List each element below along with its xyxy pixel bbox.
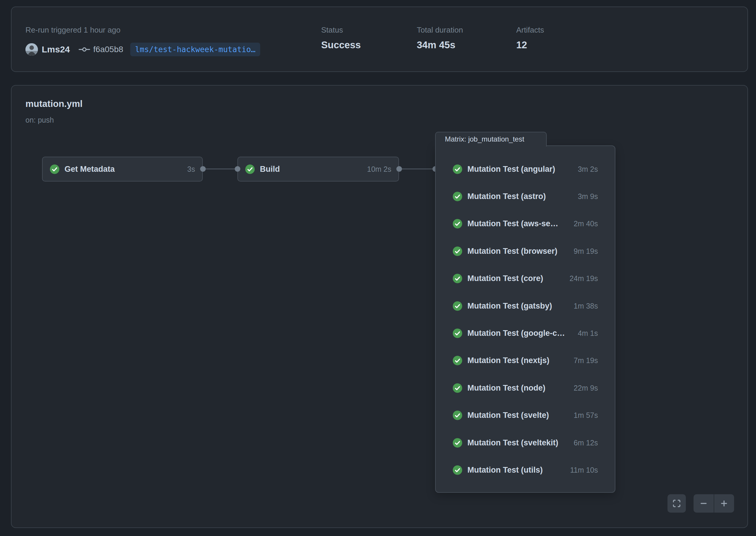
- workflow-trigger: on: push: [25, 116, 54, 124]
- matrix-job-row-browser[interactable]: Mutation Test (browser) 9m 19s: [436, 238, 615, 265]
- stat-status: Status Success: [321, 25, 361, 50]
- rerun-status-text: Re-run triggered 1 hour ago: [25, 25, 120, 35]
- matrix-job-duration: 4m 1s: [574, 329, 598, 338]
- matrix-job-name: Mutation Test (browser): [467, 247, 557, 256]
- zoom-control-group: [694, 494, 734, 513]
- success-check-icon: [453, 383, 462, 393]
- matrix-job-row-google-cloud[interactable]: Mutation Test (google-c… 4m 1s: [436, 319, 615, 347]
- fullscreen-icon: [672, 499, 681, 508]
- matrix-job-name: Mutation Test (svelte): [467, 411, 549, 420]
- success-check-icon: [453, 301, 462, 311]
- edge-dot: [396, 166, 402, 172]
- matrix-job-duration: 9m 19s: [570, 247, 598, 255]
- success-check-icon: [453, 411, 462, 420]
- stat-total-duration: Total duration 34m 45s: [417, 25, 463, 50]
- success-check-icon: [245, 164, 255, 174]
- matrix-job-name: Mutation Test (google-c…: [467, 329, 565, 338]
- stat-label: Status: [321, 25, 361, 35]
- success-check-icon: [453, 274, 462, 284]
- stat-value: Success: [321, 39, 361, 50]
- matrix-job-name: Mutation Test (angular): [467, 165, 555, 174]
- stat-label: Artifacts: [516, 25, 544, 35]
- matrix-job-duration: 3m 9s: [574, 192, 598, 201]
- job-node-get-metadata[interactable]: Get Metadata 3s: [42, 157, 203, 182]
- matrix-job-name: Mutation Test (astro): [467, 192, 546, 201]
- matrix-job-name: Mutation Test (node): [467, 384, 545, 393]
- job-name: Build: [260, 165, 280, 174]
- matrix-job-row-astro[interactable]: Mutation Test (astro) 3m 9s: [436, 183, 615, 210]
- matrix-job-name: Mutation Test (utils): [467, 465, 543, 475]
- matrix-job-name: Mutation Test (nextjs): [467, 356, 550, 365]
- user-avatar: [25, 43, 38, 56]
- plus-icon: [720, 499, 729, 508]
- matrix-job-row-utils[interactable]: Mutation Test (utils) 11m 10s: [436, 456, 615, 484]
- fullscreen-button[interactable]: [668, 494, 686, 513]
- matrix-job-duration: 1m 38s: [570, 302, 598, 310]
- user-name: Lms24: [42, 45, 70, 54]
- matrix-job-duration: 1m 57s: [570, 411, 598, 419]
- matrix-group-tab: Matrix: job_mutation_test: [435, 132, 547, 147]
- edge-dot: [235, 166, 240, 172]
- commit-sha: f6a05b8: [93, 45, 123, 54]
- minus-icon: [699, 499, 708, 508]
- matrix-job-row-angular[interactable]: Mutation Test (angular) 3m 2s: [436, 155, 615, 183]
- success-check-icon: [453, 219, 462, 229]
- matrix-job-duration: 2m 40s: [570, 219, 598, 228]
- matrix-job-row-sveltekit[interactable]: Mutation Test (sveltekit) 6m 12s: [436, 429, 615, 456]
- success-check-icon: [453, 465, 462, 475]
- zoom-out-button[interactable]: [694, 494, 714, 513]
- matrix-job-duration: 3m 2s: [574, 165, 598, 174]
- stat-value: 12: [516, 39, 544, 50]
- edge-line: [399, 169, 435, 169]
- success-check-icon: [453, 247, 462, 256]
- workflow-graph-panel: mutation.yml on: push Get Metadata 3s Bu…: [11, 85, 748, 528]
- success-check-icon: [453, 192, 462, 201]
- matrix-job-duration: 6m 12s: [570, 439, 598, 447]
- matrix-job-row-node[interactable]: Mutation Test (node) 22m 9s: [436, 374, 615, 402]
- workflow-file-title: mutation.yml: [25, 99, 82, 109]
- matrix-job-row-svelte[interactable]: Mutation Test (svelte) 1m 57s: [436, 402, 615, 429]
- matrix-job-row-core[interactable]: Mutation Test (core) 24m 19s: [436, 265, 615, 292]
- stat-value: 34m 45s: [417, 39, 463, 50]
- run-summary-panel: Re-run triggered 1 hour ago Lms24 f6a05b…: [11, 7, 748, 72]
- branch-badge[interactable]: lms/test-hackweek-mutatio…: [130, 43, 260, 56]
- job-node-build[interactable]: Build 10m 2s: [237, 157, 399, 182]
- edge-line: [203, 169, 237, 169]
- success-check-icon: [453, 164, 462, 174]
- matrix-job-row-aws-serverless[interactable]: Mutation Test (aws-se… 2m 40s: [436, 210, 615, 238]
- job-duration: 3s: [187, 165, 195, 174]
- git-commit-icon: [78, 46, 91, 53]
- stat-label: Total duration: [417, 25, 463, 35]
- matrix-group-panel: Mutation Test (angular) 3m 2s Mutation T…: [435, 146, 615, 493]
- edge-dot: [200, 166, 206, 172]
- success-check-icon: [453, 438, 462, 448]
- matrix-job-name: Mutation Test (sveltekit): [467, 438, 558, 448]
- matrix-job-duration: 11m 10s: [566, 466, 598, 474]
- success-check-icon: [453, 328, 462, 338]
- matrix-job-duration: 22m 9s: [570, 384, 598, 392]
- zoom-in-button[interactable]: [714, 494, 734, 513]
- matrix-job-duration: 24m 19s: [565, 274, 598, 283]
- matrix-job-row-nextjs[interactable]: Mutation Test (nextjs) 7m 19s: [436, 347, 615, 374]
- matrix-job-row-gatsby[interactable]: Mutation Test (gatsby) 1m 38s: [436, 292, 615, 319]
- success-check-icon: [50, 164, 59, 174]
- matrix-job-name: Mutation Test (gatsby): [467, 301, 552, 311]
- matrix-job-name: Mutation Test (aws-se…: [467, 219, 558, 228]
- matrix-job-duration: 7m 19s: [570, 356, 598, 365]
- job-duration: 10m 2s: [367, 165, 391, 174]
- job-name: Get Metadata: [65, 165, 115, 174]
- success-check-icon: [453, 356, 462, 365]
- commit-row: Lms24 f6a05b8 lms/test-hackweek-mutatio…: [25, 42, 260, 57]
- matrix-job-name: Mutation Test (core): [467, 274, 543, 283]
- stat-artifacts: Artifacts 12: [516, 25, 544, 50]
